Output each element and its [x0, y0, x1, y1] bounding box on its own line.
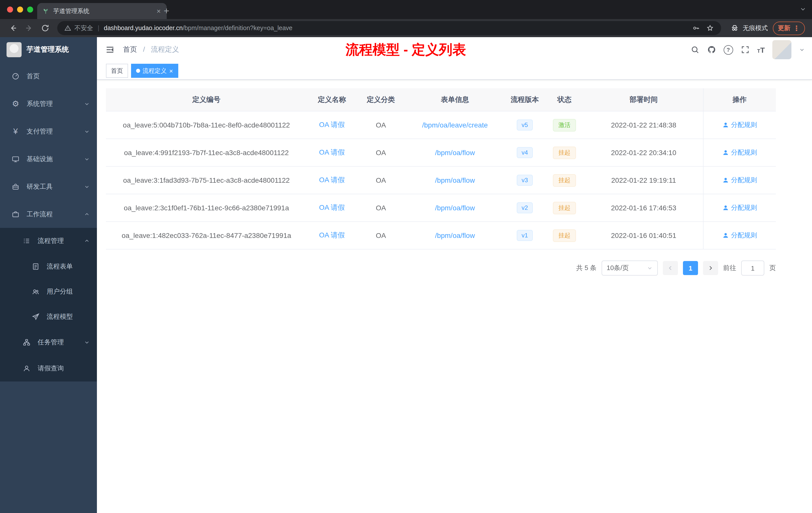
cell-form-link[interactable]: /bpm/oa/flow — [405, 194, 505, 221]
next-page-button[interactable] — [703, 261, 718, 275]
sidebar-item-task-management[interactable]: 任务管理 — [0, 329, 97, 355]
assign-rule-button[interactable]: 分配规则 — [722, 231, 757, 240]
sidebar-item-system-management[interactable]: ⚙ 系统管理 — [0, 90, 97, 117]
yen-icon: ¥ — [11, 127, 20, 136]
assign-user-icon — [722, 232, 729, 239]
table-header-row: 定义编号 定义名称 定义分类 表单信息 流程版本 状态 部署时间 操作 — [106, 88, 776, 111]
cell-form-link[interactable]: /bpm/oa/flow — [405, 167, 505, 194]
cell-deploy-time: 2022-01-16 01:40:51 — [584, 221, 703, 249]
workflow-submenu: 流程管理 流程表单 用户分组 — [0, 228, 97, 382]
font-size-icon[interactable]: TT — [757, 46, 765, 54]
cell-definition-name[interactable]: OA 请假 — [307, 221, 357, 249]
minimize-window-button[interactable] — [17, 6, 23, 12]
cell-deploy-time: 2022-01-22 20:34:10 — [584, 139, 703, 167]
sidebar-item-dev-tools[interactable]: 研发工具 — [0, 173, 97, 200]
assign-rule-button[interactable]: 分配规则 — [722, 203, 757, 212]
tag-process-definition[interactable]: 流程定义 × — [131, 64, 178, 78]
security-chip-label[interactable]: 不安全 — [74, 24, 93, 32]
sidebar-item-user-groups[interactable]: 用户分组 — [0, 279, 97, 304]
fullscreen-icon[interactable] — [741, 45, 750, 54]
back-icon[interactable] — [8, 24, 18, 33]
sitemap-icon — [22, 338, 31, 346]
cell-version: v1 — [505, 221, 544, 249]
github-icon[interactable] — [707, 45, 716, 54]
tab-close-icon[interactable]: × — [156, 7, 162, 14]
prev-page-button[interactable] — [663, 261, 678, 275]
cell-form-link[interactable]: /bpm/oa/flow — [405, 221, 505, 249]
search-icon[interactable] — [690, 45, 699, 54]
sidebar: 芋道管理系统 首页 ⚙ 系统管理 ¥ 支付管理 — [0, 37, 97, 513]
cell-action[interactable]: 分配规则 — [703, 221, 776, 249]
sidebar-item-process-management[interactable]: 流程管理 — [0, 228, 97, 254]
active-tag-dot — [136, 69, 140, 73]
briefcase-icon — [11, 210, 20, 218]
paper-plane-icon — [31, 313, 40, 321]
bookmark-star-icon[interactable] — [706, 24, 714, 32]
chevron-down-icon — [84, 128, 90, 134]
reload-icon[interactable] — [41, 24, 50, 33]
page-number-button[interactable]: 1 — [683, 261, 698, 275]
pagination: 共 5 条 10条/页 1 前往 页 — [106, 261, 776, 276]
close-window-button[interactable] — [7, 6, 13, 12]
chevron-up-icon — [84, 211, 90, 217]
app-logo — [6, 42, 22, 57]
hamburger-icon[interactable] — [97, 45, 123, 55]
app-logo-row[interactable]: 芋道管理系统 — [0, 37, 97, 62]
sidebar-item-leave-query[interactable]: 请假查询 — [0, 355, 97, 382]
address-bar[interactable]: 不安全 | dashboard.yudao.iocoder.cn/bpm/man… — [57, 21, 721, 35]
breadcrumb-home[interactable]: 首页 — [123, 45, 137, 53]
help-icon[interactable]: ? — [723, 45, 733, 55]
avatar[interactable] — [772, 40, 791, 59]
cell-action[interactable]: 分配规则 — [703, 111, 776, 139]
tag-home[interactable]: 首页 — [106, 64, 128, 78]
assign-rule-button[interactable]: 分配规则 — [722, 175, 757, 184]
cell-status: 挂起 — [544, 194, 584, 221]
cell-action[interactable]: 分配规则 — [703, 194, 776, 221]
app-header: 首页 / 流程定义 流程模型 - 定义列表 ? TT — [97, 37, 812, 62]
incognito-icon — [730, 24, 739, 33]
browser-tab[interactable]: 芋道管理系统 × — [37, 3, 167, 19]
cell-action[interactable]: 分配规则 — [703, 167, 776, 194]
cell-status: 挂起 — [544, 221, 584, 249]
page-size-select[interactable]: 10条/页 — [602, 261, 658, 276]
sidebar-item-payment-management[interactable]: ¥ 支付管理 — [0, 117, 97, 145]
sidebar-item-infrastructure[interactable]: 基础设施 — [0, 145, 97, 173]
breadcrumb: 首页 / 流程定义 — [123, 45, 179, 54]
col-actions: 操作 — [703, 88, 776, 111]
sidebar-item-workflow[interactable]: 工作流程 — [0, 200, 97, 228]
chrome-update-button[interactable]: 更新 ⋮ — [773, 21, 805, 35]
page-unit-label: 页 — [769, 264, 776, 273]
tag-close-icon[interactable]: × — [169, 67, 173, 74]
cell-deploy-time: 2022-01-22 21:48:38 — [584, 111, 703, 139]
sidebar-item-home[interactable]: 首页 — [0, 62, 97, 90]
cell-definition-name[interactable]: OA 请假 — [307, 167, 357, 194]
sidebar-item-process-forms[interactable]: 流程表单 — [0, 254, 97, 279]
cell-form-link[interactable]: /bpm/oa/leave/create — [405, 111, 505, 139]
new-tab-button[interactable]: + — [164, 4, 169, 18]
forward-icon[interactable] — [25, 24, 34, 33]
assign-rule-button[interactable]: 分配规则 — [722, 120, 757, 129]
macos-window-controls[interactable] — [7, 6, 33, 12]
incognito-label: 无痕模式 — [743, 24, 768, 32]
cell-deploy-time: 2022-01-16 17:46:53 — [584, 194, 703, 221]
cell-definition-name[interactable]: OA 请假 — [307, 111, 357, 139]
password-key-icon[interactable] — [692, 24, 700, 32]
tab-search-icon[interactable] — [800, 6, 806, 12]
chevron-down-icon — [84, 156, 90, 162]
assign-rule-button[interactable]: 分配规则 — [722, 148, 757, 157]
cell-action[interactable]: 分配规则 — [703, 139, 776, 167]
sidebar-item-process-models[interactable]: 流程模型 — [0, 304, 97, 329]
avatar-caret-down-icon[interactable] — [799, 47, 805, 53]
url-domain: dashboard.yudao.iocoder.cn — [104, 25, 183, 32]
tags-view-bar: 首页 流程定义 × — [97, 62, 812, 80]
browser-menu-icon[interactable]: ⋮ — [793, 25, 800, 32]
cell-definition-name[interactable]: OA 请假 — [307, 194, 357, 221]
zoom-window-button[interactable] — [27, 6, 33, 12]
table-row: oa_leave:3:1fad3d93-7b75-11ec-a3c8-acde4… — [106, 167, 776, 194]
goto-page-input[interactable] — [741, 261, 764, 276]
dashboard-icon — [11, 72, 20, 80]
cell-version: v2 — [505, 194, 544, 221]
cell-definition-name[interactable]: OA 请假 — [307, 139, 357, 167]
page-content: 定义编号 定义名称 定义分类 表单信息 流程版本 状态 部署时间 操作 oa_l… — [97, 80, 812, 513]
cell-form-link[interactable]: /bpm/oa/flow — [405, 139, 505, 167]
